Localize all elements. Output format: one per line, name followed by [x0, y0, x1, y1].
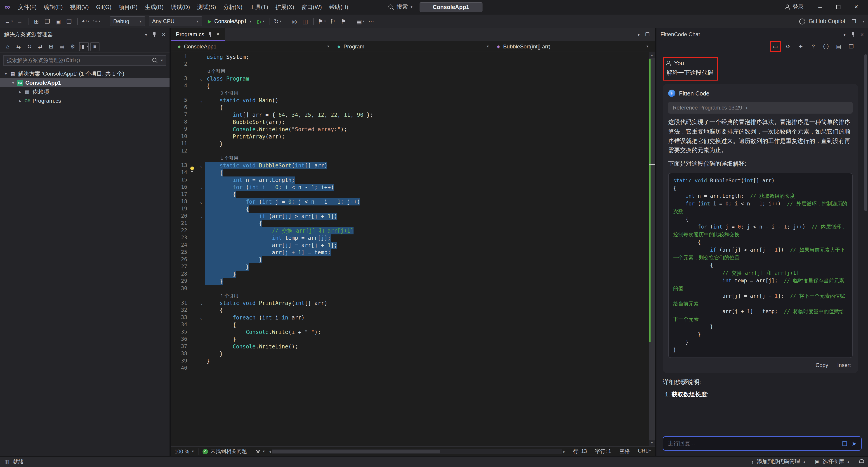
code-line[interactable]: 35 Console.Write(i + " "); [171, 328, 649, 336]
menu-项目(P)[interactable]: 项目(P) [115, 0, 141, 14]
horizontal-scrollbar[interactable]: ◂ ▸ [269, 449, 565, 454]
hscroll-track[interactable] [272, 449, 562, 454]
add-to-source-control-button[interactable]: ↑ 添加到源代码管理 ▲ [751, 458, 806, 466]
chevron-collapsed-icon[interactable]: ▸ [17, 99, 24, 103]
code-line[interactable]: 3⌄class Program [171, 75, 649, 82]
quick-search-button[interactable]: 搜索 ▾ [385, 3, 415, 11]
preview-selected-items-icon[interactable]: ◨▾ [79, 42, 89, 51]
sign-in-button[interactable]: 登录 [784, 3, 804, 11]
code-line[interactable]: 1using System; [171, 53, 649, 61]
attach-file-icon[interactable]: ❏ [842, 440, 847, 447]
breadcrumb-project-dropdown[interactable]: ◆ConsoleApp1▾ [174, 43, 333, 50]
code-line[interactable]: 27 } [171, 263, 649, 271]
magic-wand-icon[interactable]: ✦ [797, 42, 805, 51]
navigate-back-icon[interactable]: ←▾ [4, 16, 14, 26]
code-line[interactable]: 18⌄ for (int j = 0; j < n - i - 1; j++) [171, 198, 649, 205]
filter-icon[interactable]: ≡ [90, 42, 99, 51]
background-tasks-icon[interactable]: ▥ [4, 459, 9, 465]
toggle-bookmark-icon[interactable]: ⚑▾ [317, 16, 327, 26]
help-icon[interactable]: ? [809, 42, 817, 51]
navigate-forward-icon[interactable]: → [15, 16, 25, 26]
menu-Git(G)[interactable]: Git(G) [92, 0, 115, 14]
code-line[interactable]: 13⌄ static void BubbleSort(int[] arr) [171, 162, 649, 169]
menu-视图(V)[interactable]: 视图(V) [66, 0, 92, 14]
code-line[interactable]: 2 [171, 61, 649, 68]
code-line[interactable]: 39} [171, 357, 649, 365]
copilot-open-chat-icon[interactable]: ❐ [849, 16, 859, 26]
menu-分析(N)[interactable]: 分析(N) [220, 0, 246, 14]
code-line[interactable]: 28 } [171, 271, 649, 278]
previous-bookmark-icon[interactable]: ⚐ [328, 16, 338, 26]
menu-帮助(H)[interactable]: 帮助(H) [326, 0, 352, 14]
menu-工具(T)[interactable]: 工具(T) [246, 0, 272, 14]
copilot-chevron-icon[interactable]: ▾ [863, 19, 864, 23]
fold-chevron-icon[interactable]: ⌄ [198, 97, 205, 104]
editor-vertical-scrollbar[interactable]: ▴ ▾ [649, 52, 655, 446]
code-line[interactable]: 33⌄ foreach (int i in arr) [171, 314, 649, 321]
menu-测试(S)[interactable]: 测试(S) [193, 0, 219, 14]
menu-文件(F)[interactable]: 文件(F) [14, 0, 40, 14]
scroll-up-icon[interactable]: ▴ [649, 52, 655, 58]
tree-item-project[interactable]: ▾C#ConsoleApp1 [0, 78, 169, 87]
pin-icon[interactable] [152, 32, 157, 37]
code-line[interactable]: 15 int n = arr.Length; [171, 176, 649, 184]
collapse-all-icon[interactable]: ⊟ [46, 42, 56, 51]
code-line[interactable]: 26 } [171, 256, 649, 263]
code-line[interactable]: 10 PrintArray(arr); [171, 133, 649, 140]
insert-button[interactable]: Insert [837, 362, 851, 368]
code-cleanup-button[interactable]: ⚒ ▾ [255, 448, 265, 455]
code-line[interactable]: 40 [171, 365, 649, 372]
reference-chip[interactable]: Reference Program.cs 13:29 › [668, 102, 852, 114]
minimize-button[interactable]: ─ [811, 0, 829, 14]
show-all-files-icon[interactable]: ▤ [57, 42, 66, 51]
toolbar-options-icon[interactable]: ▤▾ [355, 16, 365, 26]
undo-icon[interactable]: ↶▾ [81, 16, 91, 26]
chat-scrollbar[interactable] [864, 54, 867, 428]
code-line[interactable]: 17 { [171, 191, 649, 198]
refresh-icon[interactable]: ↻ [25, 42, 34, 51]
fold-chevron-icon[interactable]: ⌄ [198, 198, 205, 205]
tree-item-csfile[interactable]: ▸C#Program.cs [0, 96, 169, 106]
code-line[interactable]: 34 { [171, 321, 649, 328]
chat-history-icon[interactable]: ↺ [784, 42, 792, 51]
code-editor[interactable]: 1using System;20 个引用3⌄class Program4{0 个… [171, 52, 655, 446]
codelens-references-link[interactable]: 1 个引用 [205, 292, 239, 299]
solution-explorer-search[interactable]: 搜索解决方案资源管理器(Ctrl+;) ▾ [3, 55, 166, 66]
open-in-new-icon[interactable]: ❐ [847, 42, 855, 51]
save-all-icon[interactable]: ❒ [64, 16, 74, 26]
home-icon[interactable]: ⌂ [3, 42, 12, 51]
next-bookmark-icon[interactable]: ⚑ [339, 16, 348, 26]
toolbar-overflow-icon[interactable]: ⋯ [366, 16, 376, 26]
menu-窗口(W)[interactable]: 窗口(W) [298, 0, 326, 14]
start-without-debugging-icon[interactable]: ▷▾ [256, 16, 266, 26]
chat-scrollbar-thumb[interactable] [864, 54, 867, 211]
code-line[interactable]: 29 } [171, 278, 649, 285]
code-line[interactable]: 7 int[] arr = { 64, 34, 25, 12, 22, 11, … [171, 111, 649, 119]
code-line[interactable]: 20⌄ if (arr[j] > arr[j + 1]) [171, 213, 649, 220]
pin-icon[interactable] [850, 32, 855, 37]
chat-input[interactable]: 进行回复... ❏ ➤ [663, 436, 862, 451]
send-icon[interactable]: ➤ [852, 440, 857, 447]
code-line[interactable]: 22 // 交换 arr[j] 和 arr[j+1] [171, 227, 649, 234]
chevron-expanded-icon[interactable]: ▾ [10, 81, 16, 85]
new-chat-icon[interactable]: ▭ [771, 42, 779, 51]
scroll-left-icon[interactable]: ◂ [269, 449, 271, 454]
pin-tab-icon[interactable] [208, 31, 213, 37]
code-line[interactable]: 16⌄ for (int i = 0; i < n - 1; i++) [171, 184, 649, 191]
close-icon[interactable]: ✕ [860, 32, 864, 37]
zoom-dropdown[interactable]: 100 % ▾ [175, 449, 194, 454]
scroll-down-icon[interactable]: ▾ [649, 440, 655, 446]
code-line[interactable]: 37 Console.WriteLine(); [171, 343, 649, 350]
code-line[interactable]: 21 { [171, 220, 649, 227]
codelens-references-link[interactable]: 0 个引用 [205, 68, 225, 75]
copy-button[interactable]: Copy [815, 362, 828, 368]
select-repository-button[interactable]: ▣ 选择仓库 ▲ [815, 458, 850, 466]
breadcrumb-class-dropdown[interactable]: ◆Program▾ [333, 43, 493, 50]
save-icon[interactable]: ▣ [53, 16, 63, 26]
redo-icon[interactable]: ↷▾ [92, 16, 101, 26]
tree-item-dependencies[interactable]: ▸▩依赖项 [0, 87, 169, 96]
chevron-down-icon[interactable]: ▾ [145, 32, 147, 37]
menu-扩展(X)[interactable]: 扩展(X) [272, 0, 298, 14]
codelens-references-link[interactable]: 0 个引用 [205, 90, 239, 97]
notifications-bell-icon[interactable] [859, 459, 864, 464]
